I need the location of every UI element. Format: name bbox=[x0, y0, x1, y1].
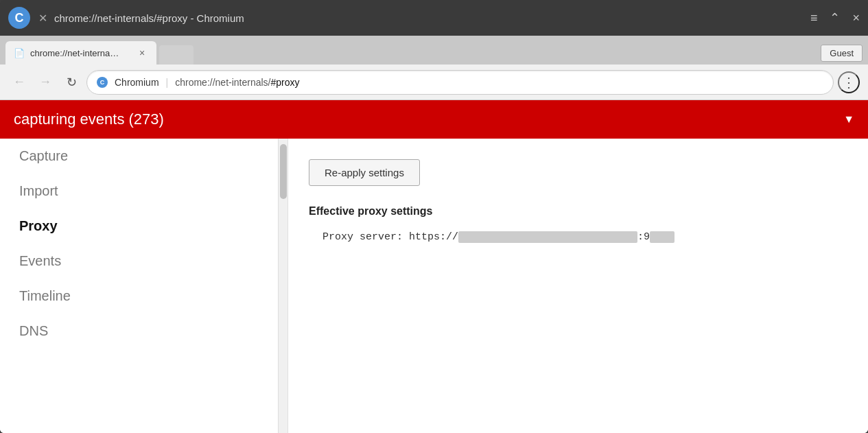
tab-favicon-icon: 📄 bbox=[14, 48, 25, 58]
close-window-button[interactable]: × bbox=[852, 11, 860, 25]
url-hash: #proxy bbox=[271, 77, 300, 88]
address-separator: | bbox=[166, 77, 169, 88]
window-title: chrome://net-internals/#proxy - Chromium bbox=[54, 12, 804, 24]
right-panel: Re-apply settings Effective proxy settin… bbox=[288, 139, 868, 433]
capture-bar[interactable]: capturing events (273) ▼ bbox=[0, 100, 868, 139]
sidebar: Capture Import Proxy Events Timeline DNS bbox=[0, 139, 288, 433]
tab-title: chrome://net-interna… bbox=[30, 48, 130, 58]
sidebar-scrollbar[interactable] bbox=[278, 139, 288, 433]
capture-chevron-icon: ▼ bbox=[843, 113, 854, 126]
minimize-button[interactable]: ⌃ bbox=[830, 10, 840, 25]
sidebar-item-timeline[interactable]: Timeline bbox=[0, 279, 278, 314]
sidebar-item-import[interactable]: Import bbox=[0, 174, 278, 209]
proxy-server-port: :9 bbox=[637, 231, 650, 243]
browser-window: C ✕ chrome://net-internals/#proxy - Chro… bbox=[0, 0, 868, 433]
forward-button[interactable]: → bbox=[34, 71, 56, 93]
sidebar-item-proxy[interactable]: Proxy bbox=[0, 209, 278, 244]
chromium-favicon: C bbox=[8, 7, 30, 29]
list-windows-button[interactable]: ≡ bbox=[810, 11, 818, 25]
capture-text: capturing events (273) bbox=[14, 110, 843, 128]
re-apply-button[interactable]: Re-apply settings bbox=[309, 159, 420, 186]
sidebar-item-events[interactable]: Events bbox=[0, 244, 278, 279]
effective-settings-title: Effective proxy settings bbox=[309, 205, 847, 218]
reload-button[interactable]: ↻ bbox=[60, 71, 82, 93]
site-name: Chromium bbox=[115, 77, 159, 88]
back-button[interactable]: ← bbox=[8, 71, 30, 93]
proxy-server-line: Proxy server: https:// :9 bbox=[309, 231, 847, 243]
main-content: Capture Import Proxy Events Timeline DNS bbox=[0, 139, 868, 433]
window-controls: ≡ ⌃ × bbox=[810, 10, 860, 25]
nav-bar: ← → ↻ C Chromium | chrome://net-internal… bbox=[0, 65, 868, 100]
sidebar-item-dns[interactable]: DNS bbox=[0, 314, 278, 349]
guest-button[interactable]: Guest bbox=[821, 45, 863, 62]
address-url: chrome://net-internals/#proxy bbox=[175, 77, 823, 88]
proxy-server-blurred-host bbox=[458, 231, 637, 243]
sidebar-item-capture[interactable]: Capture bbox=[0, 139, 278, 174]
title-bar: C ✕ chrome://net-internals/#proxy - Chro… bbox=[0, 0, 868, 36]
new-tab-placeholder bbox=[159, 45, 193, 65]
scrollbar-thumb bbox=[280, 144, 287, 199]
active-tab[interactable]: 📄 chrome://net-interna… × bbox=[5, 41, 156, 65]
proxy-server-blurred-port-rest bbox=[650, 231, 675, 243]
chrome-menu-button[interactable]: ⋮ bbox=[838, 71, 860, 93]
tab-pin-icon: ✕ bbox=[38, 12, 47, 25]
proxy-server-label: Proxy server: https:// bbox=[322, 231, 458, 243]
tab-bar: 📄 chrome://net-interna… × Guest bbox=[0, 36, 868, 65]
url-prefix: chrome://net-internals/ bbox=[175, 77, 270, 88]
sidebar-nav: Capture Import Proxy Events Timeline DNS bbox=[0, 139, 278, 433]
site-favicon: C bbox=[97, 77, 108, 88]
address-bar[interactable]: C Chromium | chrome://net-internals/#pro… bbox=[86, 70, 834, 95]
tab-close-button[interactable]: × bbox=[136, 47, 148, 59]
